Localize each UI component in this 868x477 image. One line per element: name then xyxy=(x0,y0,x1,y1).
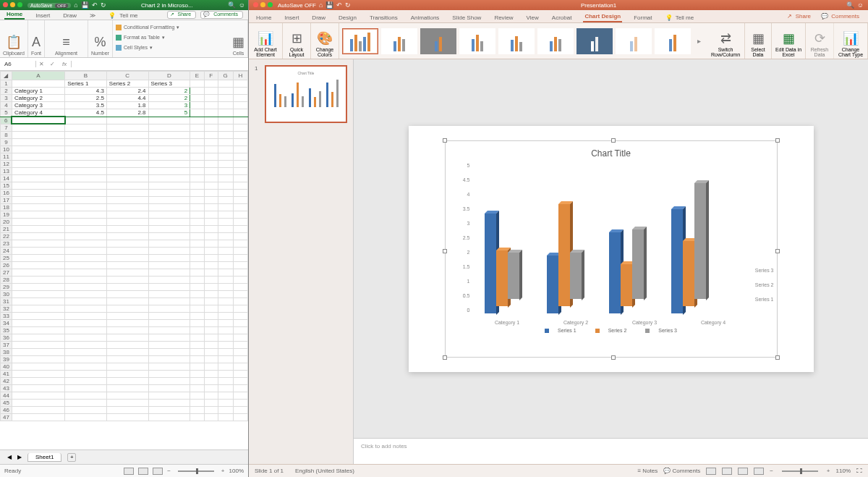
undo-icon[interactable]: ↶ xyxy=(92,1,98,9)
refresh-data[interactable]: ⟳Refresh Data xyxy=(806,23,834,59)
bar-Category1-Series1[interactable] xyxy=(485,214,496,313)
tab-insert[interactable]: Insert xyxy=(283,14,300,22)
normal-view-icon[interactable] xyxy=(706,468,716,475)
tell-me[interactable]: 💡 Tell me xyxy=(664,14,697,22)
resize-handle[interactable] xyxy=(775,355,780,360)
font-group[interactable]: AFont xyxy=(28,20,45,57)
home-icon[interactable]: ⌂ xyxy=(319,1,323,9)
redo-icon[interactable]: ↻ xyxy=(101,1,106,9)
select-data[interactable]: ▦Select Data xyxy=(745,23,772,59)
alignment-group[interactable]: ≡Alignment xyxy=(45,20,88,57)
chart-style-7[interactable] xyxy=(576,28,613,54)
slideshow-view-icon[interactable] xyxy=(754,468,764,475)
resize-handle[interactable] xyxy=(443,138,447,143)
undo-icon[interactable]: ↶ xyxy=(336,1,342,9)
sorter-view-icon[interactable] xyxy=(722,468,732,475)
bar-Category2-Series1[interactable] xyxy=(547,256,558,313)
quick-layout[interactable]: ⊞Quick Layout xyxy=(283,23,311,59)
sheet-tab[interactable]: Sheet1 xyxy=(27,453,61,462)
col-header[interactable]: D xyxy=(148,72,190,80)
conditional-formatting[interactable]: Conditional Formatting ▾ xyxy=(116,22,226,33)
bar-Category3-Series2[interactable] xyxy=(621,264,632,306)
language-label[interactable]: English (United States) xyxy=(295,468,354,474)
bar-Category4-Series3[interactable] xyxy=(694,183,706,299)
chart-style-8[interactable] xyxy=(616,28,652,54)
resize-handle[interactable] xyxy=(775,249,780,253)
share-button[interactable]: ↗ Share xyxy=(167,11,197,19)
name-box[interactable]: A6 xyxy=(0,61,36,67)
resize-handle[interactable] xyxy=(611,355,616,360)
comments-button[interactable]: 💬 Comments xyxy=(200,11,243,19)
search-icon[interactable]: 🔍 xyxy=(846,1,854,9)
home-icon[interactable]: ⌂ xyxy=(74,1,77,9)
normal-view-icon[interactable] xyxy=(124,468,134,475)
tab-acrobat[interactable]: Acrobat xyxy=(550,14,574,22)
add-chart-element[interactable]: 📊Add Chart Element xyxy=(249,23,283,59)
redo-icon[interactable]: ↻ xyxy=(345,1,351,9)
chart-style-2[interactable] xyxy=(381,28,417,54)
fit-icon[interactable]: ⛶ xyxy=(856,468,862,474)
edit-data[interactable]: ▦Edit Data in Excel xyxy=(772,23,806,59)
tabs-overflow[interactable]: ≫ xyxy=(88,12,98,20)
chart-style-1[interactable] xyxy=(342,28,378,54)
add-sheet-button[interactable]: + xyxy=(67,453,76,462)
comments-button[interactable]: 💬 Comments xyxy=(820,13,862,21)
tab-design[interactable]: Design xyxy=(337,14,358,22)
col-header[interactable]: F xyxy=(204,72,218,80)
zoom-in[interactable]: + xyxy=(827,468,830,474)
tab-home[interactable]: Home xyxy=(255,14,273,22)
switch-row-col[interactable]: ⇄Switch Row/Column xyxy=(707,23,745,59)
col-header[interactable]: H xyxy=(233,72,247,80)
sheet-nav-next[interactable]: ▶ xyxy=(17,454,22,460)
tab-draw[interactable]: Draw xyxy=(310,14,327,22)
page-layout-icon[interactable] xyxy=(138,468,148,475)
notes-pane[interactable]: Click to add notes xyxy=(354,438,868,464)
spreadsheet-grid[interactable]: ◢ A B C D E F G H 1Series 1Series 2Serie… xyxy=(0,71,248,449)
cells-group[interactable]: ▦Cells xyxy=(229,20,248,57)
save-icon[interactable]: 💾 xyxy=(326,1,333,9)
bar-Category3-Series3[interactable] xyxy=(632,229,644,299)
tab-animations[interactable]: Animations xyxy=(409,14,441,22)
fx-icon[interactable]: fx xyxy=(58,61,72,67)
emoji-icon[interactable]: ☺ xyxy=(857,1,864,9)
page-break-icon[interactable] xyxy=(153,468,163,475)
slide-canvas[interactable]: Chart Title 00.511.522.533.544.55 Series… xyxy=(354,59,868,438)
chart-legend[interactable]: Series 1 Series 2 Series 3 xyxy=(453,328,770,333)
tab-format[interactable]: Format xyxy=(632,14,653,22)
col-header[interactable]: C xyxy=(106,72,148,80)
share-button[interactable]: ↗ Share xyxy=(786,13,814,21)
reading-view-icon[interactable] xyxy=(738,468,748,475)
tab-review[interactable]: Review xyxy=(493,14,514,22)
autosave-toggle[interactable]: AutoSave OFF xyxy=(278,2,316,9)
resize-handle[interactable] xyxy=(611,138,616,143)
tab-draw[interactable]: Draw xyxy=(61,12,79,20)
notes-toggle[interactable]: ≡ Notes xyxy=(637,468,658,474)
col-header[interactable]: B xyxy=(65,72,107,80)
tab-transitions[interactable]: Transitions xyxy=(368,14,399,22)
slide-thumbnail-1[interactable]: Chart Title xyxy=(265,65,347,123)
tab-chart-design[interactable]: Chart Design xyxy=(583,13,622,22)
change-chart-type[interactable]: 📊Change Chart Type xyxy=(834,23,868,59)
active-cell[interactable] xyxy=(12,117,64,124)
comments-toggle[interactable]: 💬 Comments xyxy=(663,468,700,474)
zoom-out[interactable]: − xyxy=(770,468,773,474)
bar-Category2-Series3[interactable] xyxy=(570,253,582,299)
zoom-out[interactable]: − xyxy=(167,468,171,474)
tell-me[interactable]: 💡 Tell me xyxy=(106,12,142,20)
window-controls[interactable] xyxy=(3,2,25,9)
zoom-slider[interactable] xyxy=(782,470,818,472)
clipboard-group[interactable]: 📋Clipboard xyxy=(0,20,28,57)
chart-title[interactable]: Chart Title xyxy=(453,148,770,159)
change-colors[interactable]: 🎨Change Colors xyxy=(311,23,339,59)
window-controls[interactable] xyxy=(253,2,275,9)
select-all-corner[interactable]: ◢ xyxy=(1,72,12,80)
chart-style-4[interactable] xyxy=(459,28,495,54)
cell-styles[interactable]: Cell Styles ▾ xyxy=(116,43,226,53)
bar-Category4-Series2[interactable] xyxy=(683,241,694,306)
chart-style-6[interactable] xyxy=(537,28,574,54)
cancel-icon[interactable]: ✕ xyxy=(36,61,47,67)
styles-next[interactable]: ▸ xyxy=(694,37,704,45)
save-icon[interactable]: 💾 xyxy=(81,1,89,9)
col-header[interactable]: G xyxy=(218,72,233,80)
bar-Category3-Series1[interactable] xyxy=(609,232,621,313)
